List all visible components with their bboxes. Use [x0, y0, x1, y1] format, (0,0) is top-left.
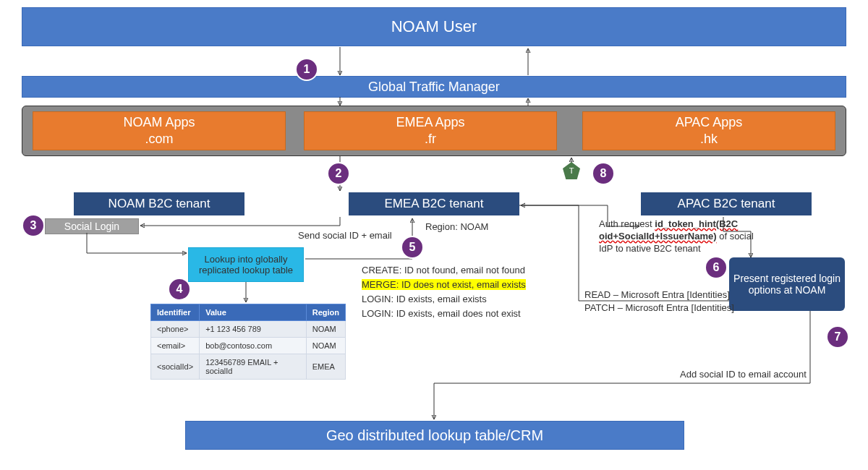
- present-label: Present registered login options at NOAM: [733, 273, 841, 296]
- emea-tenant-box: EMEA B2C tenant: [349, 192, 519, 215]
- social-login-label: Social Login: [64, 221, 119, 232]
- step-2-badge: 2: [327, 162, 350, 185]
- th-region: Region: [306, 304, 345, 321]
- login2-label: LOGIN: ID exists, email does not exist: [362, 308, 521, 319]
- noam-tenant-box: NOAM B2C tenant: [74, 192, 244, 215]
- geo-crm-bar: Geo distributed lookup table/CRM: [185, 421, 684, 450]
- lookup-label: Lookup into globally replicated lookup t…: [192, 254, 300, 275]
- geo-crm-label: Geo distributed lookup table/CRM: [326, 427, 543, 444]
- social-login-box: Social Login: [45, 218, 139, 234]
- step-6-badge: 6: [705, 256, 728, 279]
- step-4-badge: 4: [168, 278, 191, 301]
- th-value: Value: [200, 304, 307, 321]
- region-noam-label: Region: NOAM: [425, 221, 488, 232]
- emea-apps-line2: .fr: [425, 131, 436, 148]
- noam-apps-line1: NOAM Apps: [123, 114, 195, 131]
- gtm-label: Global Traffic Manager: [368, 80, 500, 95]
- gtm-bar: Global Traffic Manager: [22, 76, 846, 98]
- noam-user-label: NOAM User: [391, 17, 477, 36]
- step-1-badge: 1: [295, 58, 318, 81]
- emea-apps-box: EMEA Apps .fr: [304, 111, 557, 150]
- table-row: <email> bob@contoso.com NOAM: [151, 338, 346, 354]
- noam-tenant-label: NOAM B2C tenant: [109, 197, 210, 211]
- noam-apps-line2: .com: [145, 131, 173, 148]
- noam-apps-box: NOAM Apps .com: [33, 111, 286, 150]
- add-social-label: Add social ID to email account: [680, 369, 807, 380]
- apac-tenant-box: APAC B2C tenant: [641, 192, 812, 215]
- merge-label: MERGE: ID does not exist, email exists: [362, 279, 526, 290]
- table-row: <socialId> 123456789 EMAIL + socialId EM…: [151, 354, 346, 380]
- apac-apps-line2: .hk: [700, 131, 718, 148]
- auth-request-label: Auth request id_token_hint(B2C oid+Socia…: [599, 218, 765, 255]
- lookup-box: Lookup into globally replicated lookup t…: [188, 247, 304, 282]
- noam-user-bar: NOAM User: [22, 7, 846, 46]
- apac-apps-box: APAC Apps .hk: [582, 111, 835, 150]
- emea-apps-line1: EMEA Apps: [396, 114, 464, 131]
- step-5-badge: 5: [401, 236, 424, 259]
- table-row: <phone> +1 123 456 789 NOAM: [151, 321, 346, 338]
- create-label: CREATE: ID not found, email not found: [362, 265, 525, 275]
- step-8-badge: 8: [592, 162, 615, 185]
- th-identifier: Identifier: [151, 304, 200, 321]
- token-pentagon-icon: T: [563, 162, 580, 179]
- present-box: Present registered login options at NOAM: [729, 257, 845, 311]
- emea-tenant-label: EMEA B2C tenant: [384, 197, 483, 211]
- send-social-label: Send social ID + email: [298, 230, 392, 241]
- apac-tenant-label: APAC B2C tenant: [678, 197, 775, 211]
- login1-label: LOGIN: ID exists, email exists: [362, 294, 487, 304]
- step-7-badge: 7: [826, 325, 849, 349]
- step-3-badge: 3: [22, 214, 45, 237]
- apac-apps-line1: APAC Apps: [676, 114, 743, 131]
- lookup-table: Identifier Value Region <phone> +1 123 4…: [150, 304, 346, 380]
- patch-label: PATCH – Microsoft Entra [Identities]: [584, 302, 734, 313]
- read-label: READ – Microsoft Entra [Identities]: [584, 289, 730, 300]
